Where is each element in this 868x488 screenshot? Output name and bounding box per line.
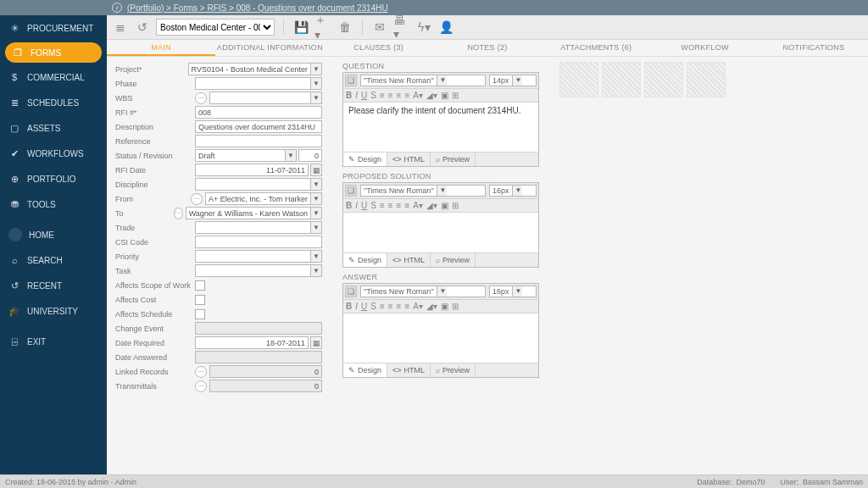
wbs-picker-button[interactable]: ⋯ [195, 92, 207, 104]
tab-attachments[interactable]: ATTACHMENTS (6) [542, 40, 650, 56]
italic-icon[interactable]: I [355, 201, 358, 210]
sidebar-item-university[interactable]: 🎓UNIVERSITY [0, 298, 107, 324]
project-field[interactable]: RVS0104 - Boston Medical Center▼ [188, 63, 322, 75]
list-icon[interactable]: ≣ [112, 19, 129, 36]
strike-icon[interactable]: S [370, 91, 376, 100]
sidebar-item-exit[interactable]: ⍈EXIT [0, 329, 107, 354]
strike-icon[interactable]: S [370, 302, 376, 311]
rfidate-field[interactable]: 11-07-2011 [195, 164, 309, 176]
delete-icon[interactable]: 🗑 [337, 19, 353, 36]
design-tab[interactable]: ✎Design [343, 363, 387, 377]
cost-checkbox[interactable] [195, 295, 205, 305]
attachment-thumbnail[interactable] [644, 62, 683, 97]
reference-field[interactable] [195, 135, 322, 147]
tab-notes[interactable]: NOTES (2) [433, 40, 542, 56]
table-icon[interactable]: ⊞ [452, 201, 459, 210]
align-center-icon[interactable]: ≡ [388, 302, 393, 311]
sidebar-item-commercial[interactable]: $COMMERCIAL [0, 64, 107, 90]
sidebar-item-portfolio[interactable]: ⊕PORTFOLIO [0, 166, 107, 191]
italic-icon[interactable]: I [355, 302, 358, 311]
highlight-icon[interactable]: ◢▾ [426, 91, 437, 100]
info-icon[interactable]: i [112, 3, 122, 13]
history-icon[interactable]: ↺ [134, 19, 151, 36]
format-icon[interactable]: ❏ [345, 75, 357, 86]
html-tab[interactable]: <>HTML [387, 363, 431, 377]
sidebar-item-workflows[interactable]: ✔WORKFLOWS [0, 141, 107, 166]
color-icon[interactable]: A▾ [413, 201, 423, 210]
image-icon[interactable]: ▣ [441, 91, 448, 100]
table-icon[interactable]: ⊞ [452, 91, 459, 100]
calendar-icon[interactable]: ▦ [310, 164, 322, 176]
sidebar-item-schedules[interactable]: ≣SCHEDULES [0, 90, 107, 115]
preview-tab[interactable]: ⌕Preview [431, 363, 476, 377]
underline-icon[interactable]: U [361, 302, 367, 311]
save-icon[interactable]: 💾 [292, 19, 309, 36]
align-left-icon[interactable]: ≡ [380, 91, 385, 100]
preview-tab[interactable]: ⌕Preview [431, 253, 476, 267]
to-field[interactable]: Wagner & Williams - Karen Watson▼ [186, 207, 322, 219]
from-picker-button[interactable]: ⋯ [191, 193, 202, 205]
design-tab[interactable]: ✎Design [343, 152, 387, 166]
align-right-icon[interactable]: ≡ [397, 302, 402, 311]
italic-icon[interactable]: I [355, 91, 358, 100]
font-size-select[interactable]: 16px▼ [489, 286, 537, 297]
color-icon[interactable]: A▾ [413, 302, 423, 311]
strike-icon[interactable]: S [370, 201, 376, 210]
revision-field[interactable]: 0 [298, 149, 322, 162]
underline-icon[interactable]: U [361, 91, 367, 100]
answer-body[interactable] [343, 313, 538, 363]
add-icon[interactable]: ＋▾ [314, 19, 331, 36]
align-center-icon[interactable]: ≡ [388, 91, 393, 100]
discipline-field[interactable]: ▼ [195, 178, 322, 191]
attachment-thumbnail[interactable] [687, 62, 726, 97]
attachment-thumbnail[interactable] [559, 62, 598, 97]
calendar-icon[interactable]: ▦ [310, 336, 322, 349]
sidebar-item-home[interactable]: HOME [0, 222, 107, 247]
attachment-thumbnail[interactable] [602, 62, 641, 97]
underline-icon[interactable]: U [361, 201, 367, 210]
design-tab[interactable]: ✎Design [343, 253, 387, 267]
font-size-select[interactable]: 16px▼ [489, 185, 537, 197]
preview-tab[interactable]: ⌕Preview [431, 152, 476, 166]
sidebar-item-assets[interactable]: ▢ASSETS [0, 115, 107, 141]
image-icon[interactable]: ▣ [441, 302, 448, 311]
font-family-select[interactable]: "Times New Roman"▼ [360, 75, 486, 86]
font-family-select[interactable]: "Times New Roman"▼ [360, 185, 486, 197]
tab-clauses[interactable]: CLAUSES (3) [325, 40, 433, 56]
status-field[interactable]: Draft▼ [195, 149, 297, 162]
tab-main[interactable]: MAIN [107, 40, 215, 56]
html-tab[interactable]: <>HTML [387, 152, 431, 166]
to-picker-button[interactable]: ⋯ [174, 208, 183, 219]
bold-icon[interactable]: B [346, 201, 352, 210]
highlight-icon[interactable]: ◢▾ [426, 302, 437, 311]
align-left-icon[interactable]: ≡ [380, 201, 385, 210]
print-icon[interactable]: 🖶▾ [393, 19, 410, 36]
font-size-select[interactable]: 14px▼ [489, 75, 537, 86]
rfino-field[interactable]: 008 [195, 106, 322, 119]
mail-icon[interactable]: ✉ [371, 19, 388, 36]
csi-field[interactable] [195, 236, 322, 248]
sidebar-item-search[interactable]: ⌕SEARCH [0, 247, 107, 273]
from-field[interactable]: A+ Electric, Inc. - Tom Harker▼ [205, 192, 322, 205]
project-selector[interactable]: Boston Medical Center - 008 - Ques [156, 19, 275, 36]
breadcrumb[interactable]: (Portfolio) > Forms > RFIS > 008 - Quest… [127, 3, 388, 13]
align-right-icon[interactable]: ≡ [397, 91, 402, 100]
sidebar-item-procurement[interactable]: ✳PROCUREMENT [0, 15, 107, 41]
tab-additional[interactable]: ADDITIONAL INFORMATION [215, 40, 324, 56]
trans-picker-button[interactable]: ⋯ [195, 380, 207, 392]
tab-notifications[interactable]: NOTIFICATIONS [760, 40, 868, 56]
linked-picker-button[interactable]: ⋯ [195, 366, 207, 378]
phase-field[interactable]: ▼ [195, 77, 322, 90]
bold-icon[interactable]: B [346, 91, 352, 100]
description-field[interactable]: Questions over document 2314HU [195, 120, 322, 133]
bolt-icon[interactable]: ϟ▾ [415, 19, 432, 36]
priority-field[interactable]: ▼ [195, 250, 322, 263]
user-icon[interactable]: 👤 [437, 19, 454, 36]
align-left-icon[interactable]: ≡ [380, 302, 385, 311]
schedule-checkbox[interactable] [195, 309, 205, 319]
align-right-icon[interactable]: ≡ [397, 201, 402, 210]
solution-body[interactable] [343, 213, 538, 252]
format-icon[interactable]: ❏ [345, 286, 357, 297]
task-field[interactable]: ▼ [195, 264, 322, 277]
format-icon[interactable]: ❏ [345, 185, 357, 197]
